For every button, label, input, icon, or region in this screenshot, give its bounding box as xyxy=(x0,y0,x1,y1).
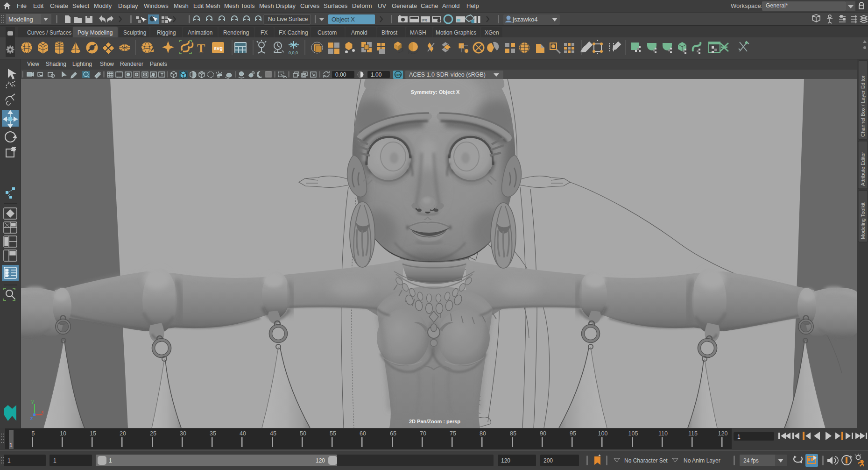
svg-text:85: 85 xyxy=(510,430,516,437)
svg-text:Channel Box / Layer Editor: Channel Box / Layer Editor xyxy=(860,75,866,137)
svg-text:Animation: Animation xyxy=(188,29,212,36)
svg-text:120: 120 xyxy=(316,457,325,464)
svg-text:95: 95 xyxy=(570,430,576,437)
svg-text:10: 10 xyxy=(60,430,66,437)
svg-text:y: y xyxy=(31,399,34,404)
svg-text:ACES 1.0 SDR-video (sRGB): ACES 1.0 SDR-video (sRGB) xyxy=(409,71,486,78)
svg-text:Rigging: Rigging xyxy=(157,29,176,36)
svg-text:FX Caching: FX Caching xyxy=(279,29,308,36)
svg-text:ON: ON xyxy=(395,73,401,77)
svg-text:24 fps: 24 fps xyxy=(743,457,759,464)
svg-text:1: 1 xyxy=(109,457,112,464)
svg-text:45: 45 xyxy=(270,430,276,437)
svg-text:T: T xyxy=(197,42,205,55)
svg-text:x: x xyxy=(41,409,44,414)
svg-text:55: 55 xyxy=(330,430,336,437)
svg-text:120: 120 xyxy=(501,457,510,464)
svg-text:Bifrost: Bifrost xyxy=(381,29,398,36)
svg-text:Object X: Object X xyxy=(332,16,355,23)
svg-text:No Anim Layer: No Anim Layer xyxy=(684,457,720,464)
svg-text:No Live Surface: No Live Surface xyxy=(268,16,308,22)
svg-text:Custom: Custom xyxy=(318,29,337,36)
svg-text:60: 60 xyxy=(360,430,366,437)
svg-text:2D Pan/Zoom : persp: 2D Pan/Zoom : persp xyxy=(409,419,460,424)
svg-text:Symmetry: Object X: Symmetry: Object X xyxy=(411,89,460,95)
svg-text:1: 1 xyxy=(9,442,13,449)
svg-text:200: 200 xyxy=(543,457,553,464)
svg-text:90: 90 xyxy=(540,430,546,437)
svg-text:105: 105 xyxy=(628,430,638,437)
svg-text:15: 15 xyxy=(90,430,96,437)
svg-text:30: 30 xyxy=(180,430,186,437)
svg-text:1.00: 1.00 xyxy=(371,71,382,78)
svg-text:1: 1 xyxy=(737,434,741,440)
svg-text:20: 20 xyxy=(120,430,126,437)
svg-text:0.00: 0.00 xyxy=(335,71,346,78)
svg-text:No Character Set: No Character Set xyxy=(624,457,668,464)
svg-text:Modeling Toolkit: Modeling Toolkit xyxy=(860,202,866,239)
svg-text:FX: FX xyxy=(261,29,268,36)
svg-text:svg: svg xyxy=(214,45,223,51)
svg-text:35: 35 xyxy=(210,430,216,437)
svg-text:40: 40 xyxy=(240,430,246,437)
svg-text:MASH: MASH xyxy=(410,29,426,36)
svg-text:XGen: XGen xyxy=(485,29,499,36)
svg-text:65: 65 xyxy=(390,430,396,437)
svg-text:Modeling: Modeling xyxy=(8,16,33,23)
svg-text:5: 5 xyxy=(32,430,35,437)
svg-text:IPR: IPR xyxy=(422,19,427,22)
svg-text:120: 120 xyxy=(718,430,728,437)
svg-text:110: 110 xyxy=(658,430,668,437)
svg-text:Sculpting: Sculpting xyxy=(123,29,146,36)
svg-text:jszawko4: jszawko4 xyxy=(512,16,537,23)
svg-text:1: 1 xyxy=(53,457,56,464)
svg-text:Poly Modeling: Poly Modeling xyxy=(78,29,113,36)
svg-text:80: 80 xyxy=(480,430,486,437)
svg-text:100: 100 xyxy=(598,430,608,437)
svg-text:25: 25 xyxy=(150,430,156,437)
svg-text:70: 70 xyxy=(420,430,426,437)
svg-text:Attribute Editor: Attribute Editor xyxy=(860,152,866,186)
svg-text:Curves / Surfaces: Curves / Surfaces xyxy=(27,29,71,36)
svg-text:1: 1 xyxy=(7,457,11,464)
svg-text:Arnold: Arnold xyxy=(351,29,367,36)
svg-text:115: 115 xyxy=(688,430,698,437)
svg-text:0,0,0: 0,0,0 xyxy=(289,50,298,55)
svg-text:Motion Graphics: Motion Graphics xyxy=(436,29,476,36)
svg-text:50: 50 xyxy=(300,430,306,437)
svg-text:Rendering: Rendering xyxy=(223,29,249,36)
svg-text:z: z xyxy=(30,415,33,421)
svg-text:75: 75 xyxy=(450,430,456,437)
